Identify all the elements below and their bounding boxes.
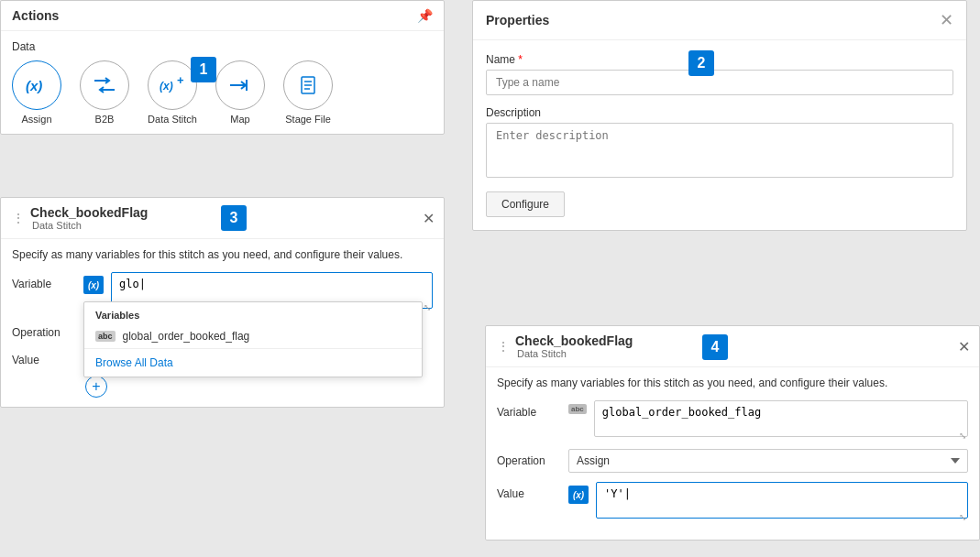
value-var-icon-right: (x) <box>568 486 589 504</box>
operation-row-right: Operation Assign <box>497 449 968 473</box>
dropdown-item-text: global_order_booked_flag <box>123 330 250 343</box>
abc-icon-right: abc <box>568 404 587 414</box>
datastitch-icon-circle: (x) + <box>148 60 197 110</box>
check-panel-right-title: Check_bookedFlag <box>515 333 633 348</box>
required-star: * <box>518 53 523 66</box>
variable-input-right[interactable]: global_order_booked_flag <box>594 400 968 437</box>
name-label-text: Name <box>486 53 515 66</box>
value-input-right[interactable]: 'Y'| <box>596 482 968 519</box>
variable-dropdown-left: Variables abc global_order_booked_flag B… <box>83 301 423 377</box>
name-input[interactable] <box>486 70 953 95</box>
check-panel-left-title-group: Check_bookedFlag Data Stitch <box>30 205 148 231</box>
properties-panel: Properties ✕ Name * Description Configur… <box>472 0 967 231</box>
svg-text:(x): (x) <box>160 80 173 93</box>
datastitch-label: Data Stitch <box>148 114 197 125</box>
actions-header: Actions 📌 <box>1 1 444 31</box>
action-map[interactable]: Map <box>215 60 265 125</box>
badge-3: 3 <box>221 205 247 231</box>
dropdown-section-label: Variables <box>84 302 422 324</box>
description-field-label: Description <box>486 106 953 119</box>
actions-panel: Actions 📌 Data (x) Assign <box>0 0 445 135</box>
value-input-wrap-right: 'Y'| ⤡ <box>596 482 968 521</box>
svg-text:(x): (x) <box>26 78 42 93</box>
value-label-left: Value <box>12 348 76 366</box>
operation-label-left: Operation <box>12 321 76 339</box>
actions-body: Data (x) Assign <box>1 31 444 134</box>
action-b2b[interactable]: B2B <box>80 60 129 125</box>
operation-label-right: Operation <box>497 449 561 467</box>
svg-text:+: + <box>177 73 184 87</box>
map-icon-svg <box>226 73 254 97</box>
check-panel-right-header: ⋮ Check_bookedFlag Data Stitch ✕ <box>486 326 979 367</box>
assign-icon-circle: (x) <box>12 60 61 110</box>
variable-row-right: Variable abc global_order_booked_flag ⤡ <box>497 400 968 440</box>
badge-1: 1 <box>191 57 216 82</box>
properties-body: Name * Description Configure <box>473 40 966 230</box>
close-right-icon[interactable]: ✕ <box>958 338 970 355</box>
datastitch-icon-svg: (x) + <box>159 73 186 97</box>
check-panel-right-desc: Specify as many variables for this stitc… <box>497 377 968 389</box>
map-icon-circle <box>215 60 265 110</box>
resize-handle-value-right: ⤡ <box>959 512 966 519</box>
badge-2: 2 <box>688 50 714 76</box>
variable-icon-left: (x) <box>83 276 104 294</box>
assign-label: Assign <box>21 114 51 125</box>
close-properties-icon[interactable]: ✕ <box>940 10 953 30</box>
operation-select-wrap: Assign <box>568 449 968 473</box>
properties-header: Properties ✕ <box>473 1 966 40</box>
properties-title: Properties <box>486 13 549 27</box>
stagefile-label: Stage File <box>285 114 331 125</box>
check-panel-right: ⋮ Check_bookedFlag Data Stitch ✕ Specify… <box>485 325 980 541</box>
variable-label-right: Variable <box>497 400 561 419</box>
operation-select-right[interactable]: Assign <box>568 449 968 473</box>
add-row-left: + <box>12 376 433 398</box>
check-panel-right-body: Specify as many variables for this stitc… <box>486 367 979 540</box>
variable-label-left: Variable <box>12 272 76 290</box>
check-panel-right-subtitle: Data Stitch <box>517 348 633 359</box>
check-panel-left-desc: Specify as many variables for this stitc… <box>12 248 433 261</box>
stagefile-icon-circle <box>283 60 333 110</box>
data-section-label: Data <box>12 40 433 53</box>
check-panel-left-header: ⋮ Check_bookedFlag Data Stitch ✕ 3 <box>1 198 444 239</box>
configure-button[interactable]: Configure <box>486 191 565 217</box>
action-items-list: (x) Assign B2B <box>12 60 433 125</box>
resize-handle-left: ⤡ <box>424 302 431 310</box>
variable-input-wrap-right: global_order_booked_flag ⤡ <box>594 400 968 440</box>
assign-icon-svg: (x) <box>24 72 50 98</box>
drag-handle-right: ⋮ <box>497 339 510 354</box>
map-label: Map <box>230 114 249 125</box>
close-left-icon[interactable]: ✕ <box>423 210 435 227</box>
value-label-right: Value <box>497 482 561 500</box>
action-assign[interactable]: (x) Assign <box>12 60 61 125</box>
browse-all-data-link[interactable]: Browse All Data <box>84 348 422 377</box>
badge-4: 4 <box>702 334 728 360</box>
check-panel-left-body: Specify as many variables for this stitc… <box>1 239 444 407</box>
name-field-label: Name * <box>486 53 953 66</box>
stagefile-icon-svg <box>294 73 322 97</box>
drag-handle-left: ⋮ <box>12 211 25 225</box>
pin-icon[interactable]: 📌 <box>417 8 433 23</box>
value-row-right: Value (x) 'Y'| ⤡ <box>497 482 968 521</box>
add-button-left[interactable]: + <box>85 376 107 398</box>
check-panel-left-subtitle: Data Stitch <box>32 220 148 231</box>
variable-row-left: Variable (x) glo| ⤡ Variables abc global… <box>12 272 433 311</box>
check-panel-right-title-group: Check_bookedFlag Data Stitch <box>515 333 633 359</box>
actions-title: Actions <box>12 8 59 23</box>
b2b-label: B2B <box>95 114 115 125</box>
check-panel-left: ⋮ Check_bookedFlag Data Stitch ✕ 3 Speci… <box>0 197 445 408</box>
b2b-icon-svg <box>91 73 118 97</box>
dropdown-item-global[interactable]: abc global_order_booked_flag <box>84 324 422 348</box>
b2b-icon-circle <box>80 60 129 110</box>
description-input[interactable] <box>486 123 953 178</box>
action-datastitch[interactable]: (x) + Data Stitch <box>148 60 197 125</box>
abc-badge-dropdown: abc <box>95 331 116 342</box>
action-stagefile[interactable]: Stage File <box>283 60 333 125</box>
check-panel-left-title: Check_bookedFlag <box>30 205 148 220</box>
resize-handle-right: ⤡ <box>959 431 966 438</box>
